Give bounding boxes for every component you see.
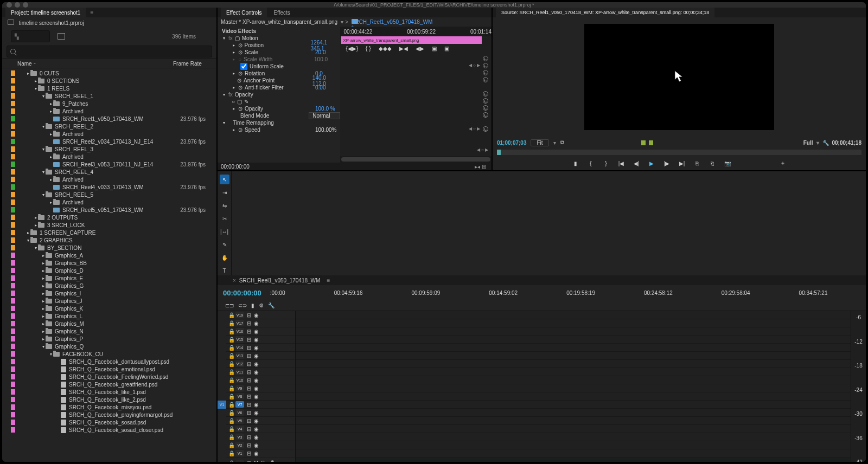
project-row[interactable]: ▾SRCH_REEL_3 xyxy=(2,145,216,153)
wrench-icon[interactable]: 🔧 xyxy=(822,140,829,146)
project-row[interactable]: ▸3 SRCH_LOCK xyxy=(2,221,216,229)
effect-controls-tab[interactable]: Effect Controls xyxy=(221,8,267,17)
tab-menu-icon[interactable]: ≡ xyxy=(90,10,93,16)
opacity-group[interactable]: Opacity xyxy=(235,92,305,98)
project-row[interactable]: ▸Graphics_L xyxy=(2,312,216,320)
mark-out-button[interactable]: } xyxy=(602,159,610,167)
project-row[interactable]: SRCH_Q_Facebook_greatfriend.psd xyxy=(2,381,216,388)
ec-toggle-icon[interactable]: ▸◂ ⊞ xyxy=(475,164,486,170)
track-header[interactable]: 🔒V19⊟◉🔒V17⊟◉🔒V16⊟◉🔒V15⊟◉🔒V14⊟◉🔒V13⊟◉🔒V12… xyxy=(226,311,296,462)
ec-clip-bar[interactable]: XP-arrow_white_transparent_small.png xyxy=(341,36,482,44)
ripple-tool[interactable]: ⇆ xyxy=(220,201,229,210)
project-row[interactable]: ▾FACEBOOK_CU xyxy=(2,350,216,358)
project-row[interactable]: ▸Graphics_J xyxy=(2,297,216,305)
ec-keyframe-tools[interactable]: {◀▶}{ }◆◆◆▶◀◀▶▣▣ xyxy=(340,44,492,55)
export-frame-button[interactable]: 📷 xyxy=(724,159,731,167)
timeline-ruler[interactable]: :00:0000:04:59:1600:09:59:0900:14:59:020… xyxy=(267,288,866,298)
go-out-button[interactable]: ▶| xyxy=(678,159,686,167)
project-row[interactable]: ▸Graphics_E xyxy=(2,274,216,282)
project-row[interactable]: SRCH_Q_Facebook_sosad.psd xyxy=(2,418,216,426)
project-row[interactable]: ▸Graphics_BB xyxy=(2,259,216,267)
project-row[interactable]: SRCH_Q_Facebook_missyou.psd xyxy=(2,403,216,411)
scale-prop[interactable]: Scale xyxy=(245,49,315,55)
project-row[interactable]: ▸Graphics_K xyxy=(2,305,216,312)
source-tab[interactable]: Source: SRCH_Reel1_v050_170418_WM: XP-ar… xyxy=(496,8,714,17)
search-input[interactable] xyxy=(7,46,212,57)
project-row[interactable]: ▸Graphics_M xyxy=(2,320,216,327)
project-row[interactable]: ▸Graphics_P xyxy=(2,335,216,343)
new-bin-icon[interactable] xyxy=(58,33,65,40)
project-row[interactable]: ▾BY_SECTION xyxy=(2,244,216,252)
speed-prop[interactable]: Speed xyxy=(245,127,315,133)
sequence-tab[interactable]: SRCH_Reel1_v050_170418_WM xyxy=(239,278,321,283)
project-row[interactable]: SRCH_Q_Facebook_like_2.psd xyxy=(2,396,216,403)
project-tree[interactable]: ▸0 CUTS▸0 SECTIONS▾1 REELS▾SRCH_REEL_1▸9… xyxy=(2,68,216,462)
quality-select[interactable]: Full xyxy=(803,140,813,146)
project-row[interactable]: ▾Graphics_Q xyxy=(2,343,216,350)
filter-bin-input[interactable]: ▚ xyxy=(11,30,50,42)
slip-tool[interactable]: |↔| xyxy=(220,227,229,236)
project-row[interactable]: ▾2 GRAPHICS xyxy=(2,236,216,244)
time-remap-group[interactable]: Time Remapping xyxy=(233,120,303,126)
sequence-timecode[interactable]: 00:00:00:00 xyxy=(223,289,261,297)
project-row[interactable]: SRCH_Q_Facebook_emotional.psd xyxy=(2,365,216,373)
marker-icon[interactable] xyxy=(641,140,646,145)
project-row[interactable]: SRCH_Q_Facebook_dontusuallypost.psd xyxy=(2,358,216,365)
project-row[interactable]: ▸0 CUTS xyxy=(2,69,216,77)
ec-timeline-ruler[interactable]: 00:00:44:2200:00:59:2200:01:14 xyxy=(340,27,492,36)
source-patch[interactable]: V1A1 xyxy=(218,311,226,462)
go-in-button[interactable]: |◀ xyxy=(617,159,625,167)
project-row[interactable]: ▾SRCH_REEL_4 xyxy=(2,168,216,176)
mark-in-button[interactable]: { xyxy=(587,159,595,167)
project-row[interactable]: ▸Graphics_A xyxy=(2,252,216,259)
selection-tool[interactable]: ↖ xyxy=(220,175,229,184)
ec-clip-label[interactable]: SRCH_Reel1_v050_170418_WM * XP-arro… xyxy=(352,19,358,24)
blend-mode-select[interactable]: Normal xyxy=(309,112,340,119)
project-row[interactable]: ▸Archived xyxy=(2,130,216,138)
hand-tool[interactable]: ✋ xyxy=(220,253,229,262)
settings-icon[interactable]: ⧉ xyxy=(560,139,564,146)
motion-group[interactable]: Motion xyxy=(242,35,312,41)
project-row[interactable]: ▾SRCH_REEL_1 xyxy=(2,92,216,100)
razor-tool[interactable]: ✂ xyxy=(220,214,229,223)
anchor-prop[interactable]: Anchor Point xyxy=(244,78,312,83)
ec-scroll[interactable] xyxy=(340,156,492,163)
position-prop[interactable]: Position xyxy=(245,42,311,48)
project-row[interactable]: ▸Graphics_I xyxy=(2,289,216,297)
source-scrubber[interactable] xyxy=(497,150,861,155)
project-row[interactable]: ▾SRCH_REEL_5 xyxy=(2,191,216,198)
add-marker-button[interactable]: ▮ xyxy=(572,159,579,167)
project-row[interactable]: ▸Archived xyxy=(2,107,216,115)
project-row[interactable]: ▾SRCH_REEL_2 xyxy=(2,123,216,130)
ec-master-label[interactable]: Master * XP-arrow_white_transparent_smal… xyxy=(221,19,337,25)
project-row[interactable]: SRCH_Reel5_v051_170413_WM23.976 fps xyxy=(2,206,216,214)
project-row[interactable]: ▸Graphics_D xyxy=(2,267,216,274)
snap-icon[interactable]: ⊏⊐ xyxy=(225,302,234,308)
project-row[interactable]: ▸0 SECTIONS xyxy=(2,77,216,85)
zoom-fit-select[interactable]: Fit xyxy=(531,139,548,146)
button-editor-icon[interactable]: ＋ xyxy=(779,159,787,167)
marker-tool-icon[interactable]: ▮ xyxy=(251,302,254,308)
source-viewer[interactable] xyxy=(493,17,866,137)
type-tool[interactable]: T xyxy=(220,266,229,275)
settings-tool-icon[interactable]: ⚙ xyxy=(259,302,264,308)
step-fwd-button[interactable]: |▶ xyxy=(663,159,671,167)
track-select-tool[interactable]: ⇥ xyxy=(220,188,229,197)
wrench-tool-icon[interactable]: 🔧 xyxy=(268,302,275,308)
project-tab[interactable]: Project: timeline screenshot1 xyxy=(5,8,86,17)
project-row[interactable]: SRCH_Reel1_v050_170418_WM23.976 fps xyxy=(2,115,216,123)
source-tc-left[interactable]: 01;00;07;03 xyxy=(497,140,526,146)
project-row[interactable]: SRCH_Q_Facebook_sosad_closer.psd xyxy=(2,426,216,434)
opacity-prop[interactable]: Opacity xyxy=(245,106,315,112)
pen-icon[interactable]: ✎ xyxy=(244,99,248,105)
project-row[interactable]: SRCH_Reel4_v033_170413_WM23.976 fps xyxy=(2,183,216,191)
insert-button[interactable]: ⎘ xyxy=(693,159,701,167)
project-row[interactable]: ▸Archived xyxy=(2,176,216,183)
ec-timecode[interactable]: 00:00:00:00 xyxy=(221,164,250,170)
project-row[interactable]: SRCH_Reel3_v053_170411_NJ_E1423.976 fps xyxy=(2,160,216,168)
linked-sel-icon[interactable]: ⊂⊃ xyxy=(238,302,247,308)
project-row[interactable]: SRCH_Q_Facebook_FeelingWorried.psd xyxy=(2,373,216,381)
project-row[interactable]: ▸Archived xyxy=(2,153,216,160)
project-row[interactable]: ▸9_Patches xyxy=(2,100,216,107)
project-row[interactable]: ▸Graphics_G xyxy=(2,282,216,289)
